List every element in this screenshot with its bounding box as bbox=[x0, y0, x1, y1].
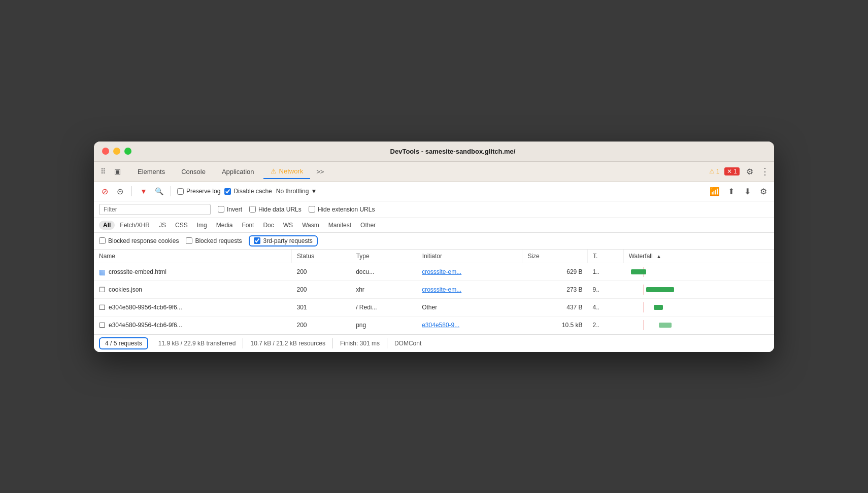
disable-cache-option[interactable]: Disable cache bbox=[224, 188, 272, 195]
maximize-button[interactable] bbox=[124, 148, 131, 155]
third-party-requests-option[interactable]: 3rd-party requests bbox=[249, 235, 317, 246]
cell-status: 301 bbox=[292, 298, 351, 316]
cell-status: 200 bbox=[292, 263, 351, 280]
filter-options: Invert Hide data URLs Hide extension URL… bbox=[218, 206, 375, 213]
blocked-response-cookies-option[interactable]: Blocked response cookies bbox=[99, 237, 179, 244]
table-row[interactable]: ☐ e304e580-9956-4cb6-9f6... 200pnge304e5… bbox=[94, 316, 774, 334]
tab-application[interactable]: Application bbox=[215, 165, 261, 179]
col-status[interactable]: Status bbox=[292, 250, 351, 263]
toolbar-divider-1 bbox=[131, 186, 132, 196]
hide-data-urls-checkbox[interactable] bbox=[249, 206, 256, 213]
type-wasm-button[interactable]: Wasm bbox=[298, 221, 323, 230]
cell-name: ▦ crosssite-embed.html bbox=[94, 263, 292, 280]
cell-time: 1.. bbox=[588, 263, 624, 280]
hide-extension-urls-label: Hide extension URLs bbox=[318, 206, 375, 213]
invert-checkbox[interactable] bbox=[218, 206, 224, 213]
col-time[interactable]: T. bbox=[588, 250, 624, 263]
type-other-button[interactable]: Other bbox=[356, 221, 380, 230]
more-options-button[interactable]: ⋮ bbox=[760, 166, 770, 177]
cell-size: 273 B bbox=[522, 280, 588, 298]
finish-time: Finish: 301 ms bbox=[333, 338, 387, 348]
tab-elements[interactable]: Elements bbox=[130, 165, 172, 179]
cell-status: 200 bbox=[292, 316, 351, 334]
warning-count: ⚠ 1 bbox=[709, 168, 720, 175]
cell-waterfall bbox=[623, 263, 774, 280]
initiator-link[interactable]: e304e580-9... bbox=[422, 322, 459, 329]
col-type[interactable]: Type bbox=[351, 250, 417, 263]
initiator-link[interactable]: crosssite-em... bbox=[422, 286, 461, 293]
cell-waterfall bbox=[623, 298, 774, 316]
table-row[interactable]: ☐ e304e580-9956-4cb6-9f6... 301/ Redi...… bbox=[94, 298, 774, 316]
download-icon[interactable]: ⬇ bbox=[742, 186, 753, 197]
cursor-icon[interactable]: ⠿ bbox=[98, 166, 108, 177]
filter-input[interactable] bbox=[99, 204, 211, 215]
table-row[interactable]: ▦ crosssite-embed.html 200docu...crosssi… bbox=[94, 263, 774, 280]
stop-recording-button[interactable]: ⊘ bbox=[99, 186, 110, 197]
type-media-button[interactable]: Media bbox=[212, 221, 237, 230]
type-manifest-button[interactable]: Manifest bbox=[324, 221, 355, 230]
tab-more[interactable]: >> bbox=[312, 166, 328, 178]
type-all-button[interactable]: All bbox=[99, 221, 115, 230]
blocked-requests-checkbox[interactable] bbox=[186, 237, 192, 244]
settings-button[interactable]: ⚙ bbox=[745, 166, 755, 177]
hide-data-urls-option[interactable]: Hide data URLs bbox=[249, 206, 302, 213]
filter-icon[interactable]: ▼ bbox=[138, 186, 149, 197]
waterfall-bar-container bbox=[628, 320, 689, 330]
cell-type: xhr bbox=[351, 280, 417, 298]
preserve-log-option[interactable]: Preserve log bbox=[177, 188, 220, 195]
wifi-icon[interactable]: 📶 bbox=[709, 186, 720, 197]
type-fetchxhr-button[interactable]: Fetch/XHR bbox=[116, 221, 154, 230]
close-button[interactable] bbox=[102, 148, 109, 155]
waterfall-bar bbox=[659, 323, 672, 328]
file-icon: ☐ bbox=[99, 286, 106, 294]
disable-cache-checkbox[interactable] bbox=[224, 188, 231, 195]
cell-time: 2.. bbox=[588, 316, 624, 334]
waterfall-bar bbox=[631, 269, 646, 274]
type-js-button[interactable]: JS bbox=[155, 221, 170, 230]
third-party-requests-label: 3rd-party requests bbox=[263, 237, 312, 244]
network-settings-icon[interactable]: ⚙ bbox=[758, 186, 769, 197]
window-title: DevTools - samesite-sandbox.glitch.me/ bbox=[140, 148, 766, 155]
traffic-lights bbox=[102, 148, 131, 155]
minimize-button[interactable] bbox=[113, 148, 120, 155]
preserve-log-checkbox[interactable] bbox=[177, 188, 184, 195]
table-header-row: Name Status Type Initiator Size T. Water… bbox=[94, 250, 774, 263]
disable-cache-label: Disable cache bbox=[233, 188, 272, 195]
clear-button[interactable]: ⊝ bbox=[114, 186, 125, 197]
cell-size: 629 B bbox=[522, 263, 588, 280]
network-table: Name Status Type Initiator Size T. Water… bbox=[94, 250, 774, 334]
tab-network[interactable]: ⚠ Network bbox=[263, 164, 311, 179]
cell-status: 200 bbox=[292, 280, 351, 298]
invert-option[interactable]: Invert bbox=[218, 206, 242, 213]
throttle-select[interactable]: No throttling ▼ bbox=[276, 188, 317, 195]
requests-count: 4 / 5 requests bbox=[99, 337, 148, 349]
upload-icon[interactable]: ⬆ bbox=[725, 186, 737, 197]
cell-initiator: e304e580-9... bbox=[417, 316, 522, 334]
third-party-requests-checkbox[interactable] bbox=[254, 237, 260, 244]
hide-extension-urls-checkbox[interactable] bbox=[309, 206, 315, 213]
file-icon: ▦ bbox=[99, 268, 106, 276]
cell-name: ☐ cookies.json bbox=[94, 280, 292, 298]
col-initiator[interactable]: Initiator bbox=[417, 250, 522, 263]
cell-name: ☐ e304e580-9956-4cb6-9f6... bbox=[94, 316, 292, 334]
col-name[interactable]: Name bbox=[94, 250, 292, 263]
toolbar-right: 📶 ⬆ ⬇ ⚙ bbox=[709, 186, 769, 197]
col-size[interactable]: Size bbox=[522, 250, 588, 263]
type-css-button[interactable]: CSS bbox=[171, 221, 192, 230]
blocked-response-cookies-checkbox[interactable] bbox=[99, 237, 106, 244]
initiator-link[interactable]: crosssite-em... bbox=[422, 268, 461, 275]
type-ws-button[interactable]: WS bbox=[279, 221, 297, 230]
type-doc-button[interactable]: Doc bbox=[259, 221, 278, 230]
hide-extension-urls-option[interactable]: Hide extension URLs bbox=[309, 206, 375, 213]
waterfall-vline bbox=[644, 302, 644, 312]
col-waterfall[interactable]: Waterfall ▲ bbox=[623, 250, 774, 263]
type-img-button[interactable]: Img bbox=[193, 221, 211, 230]
device-icon[interactable]: ▣ bbox=[112, 166, 122, 177]
cell-time: 9.. bbox=[588, 280, 624, 298]
cell-type: / Redi... bbox=[351, 298, 417, 316]
table-row[interactable]: ☐ cookies.json 200xhrcrosssite-em...273 … bbox=[94, 280, 774, 298]
tab-console[interactable]: Console bbox=[174, 165, 213, 179]
search-icon[interactable]: 🔍 bbox=[153, 186, 164, 197]
type-font-button[interactable]: Font bbox=[238, 221, 258, 230]
blocked-requests-option[interactable]: Blocked requests bbox=[186, 237, 242, 244]
